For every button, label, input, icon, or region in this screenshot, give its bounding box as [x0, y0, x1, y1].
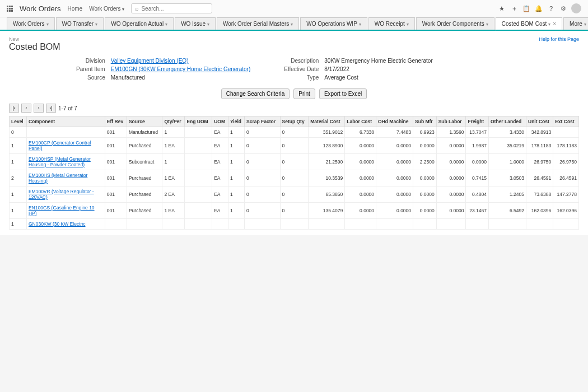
component-link[interactable]: EM100HSP (Metal Generator Housing - Powd…	[29, 156, 91, 167]
tab-wo-transfer[interactable]: WO Transfer▾	[56, 17, 104, 30]
app-launcher-icon[interactable]	[7, 6, 13, 12]
change-criteria-button[interactable]: Change Search Criteria	[221, 88, 290, 99]
component-link[interactable]: GN030KW (30 KW Electric	[29, 221, 86, 227]
column-header[interactable]: Ext Cost	[553, 116, 579, 127]
cell-unit: 26.4591	[526, 170, 553, 186]
search-icon: ⌕	[135, 5, 139, 12]
help-icon[interactable]: ?	[547, 4, 556, 13]
cell-level: 1	[10, 138, 27, 154]
column-header[interactable]: OHd Machine	[376, 116, 413, 127]
column-header[interactable]: Eng UOM	[185, 116, 212, 127]
clipboard-icon[interactable]: 📋	[522, 4, 531, 13]
column-header[interactable]: Unit Cost	[526, 116, 553, 127]
eff-label: Effective Date	[284, 66, 319, 72]
tab-more[interactable]: More▾	[563, 17, 588, 30]
component-link[interactable]: EM100HS (Metal Generator Housing)	[29, 172, 87, 184]
search-input[interactable]	[141, 6, 208, 12]
column-header[interactable]: Level	[10, 116, 27, 127]
action-bar: Change Search Criteria Print Export to E…	[9, 88, 579, 99]
cell-sub: 0.0000	[413, 138, 437, 154]
tab-wo-operations-wip[interactable]: WO Operations WIP▾	[300, 17, 367, 30]
cell-ext: 26.4591	[553, 170, 579, 186]
bell-icon[interactable]: 🔔	[534, 4, 543, 13]
pager-prev-button[interactable]: ‹	[21, 104, 31, 113]
print-button[interactable]: Print	[293, 88, 315, 99]
avatar[interactable]	[571, 3, 581, 13]
component-link[interactable]: EN100GS (Gasoline Engine 10 HP)	[29, 205, 95, 216]
tab-work-order-components[interactable]: Work Order Components▾	[416, 17, 494, 30]
column-header[interactable]: UOM	[212, 116, 228, 127]
tab-work-order-serial-masters[interactable]: Work Order Serial Masters▾	[217, 17, 299, 30]
table-row[interactable]: 0001Manufactured1EA100351.90126.73387.44…	[10, 127, 579, 138]
cell-source: Purchased	[127, 138, 162, 154]
column-header[interactable]: Qty/Per	[162, 116, 185, 127]
cell-eff	[105, 219, 127, 230]
cell-lab	[345, 219, 376, 230]
column-header[interactable]: Scrap Factor	[245, 116, 280, 127]
cell-sub	[413, 219, 437, 230]
cell-setup: 0	[280, 154, 309, 170]
gear-icon[interactable]: ⚙	[559, 4, 568, 13]
component-link[interactable]: EM100CP (Generator Control Panel)	[29, 140, 91, 151]
table-row[interactable]: 1GN030KW (30 KW Electric	[10, 219, 579, 230]
column-header[interactable]: Setup Qty	[280, 116, 309, 127]
table-row[interactable]: 1EM100CP (Generator Control Panel)001Pur…	[10, 138, 579, 154]
table-row[interactable]: 2EM100HS (Metal Generator Housing)001Pur…	[10, 170, 579, 186]
export-excel-button[interactable]: Export to Excel	[319, 88, 367, 99]
cell-freight: 23.1467	[466, 203, 489, 219]
cell-ext	[553, 219, 579, 230]
column-header[interactable]: Eff Rev	[105, 116, 127, 127]
column-header[interactable]: Material Cost	[309, 116, 345, 127]
type-label: Type	[284, 74, 319, 81]
tab-work-orders[interactable]: Work Orders▾	[7, 17, 55, 30]
nav-dropdown[interactable]: Work Orders ▾	[89, 6, 124, 12]
tab-wo-operation-actual[interactable]: WO Operation Actual▾	[105, 17, 174, 30]
pager-next-button[interactable]: ›	[34, 104, 44, 113]
global-search[interactable]: ⌕	[131, 3, 212, 13]
cell-ohd: 0.0000	[376, 186, 413, 203]
tab-wo-receipt[interactable]: WO Receipt▾	[368, 17, 415, 30]
pager-first-button[interactable]: |‹	[9, 104, 19, 113]
tab-wo-issue[interactable]: WO Issue▾	[175, 17, 216, 30]
column-header[interactable]: Source	[127, 116, 162, 127]
cell-ohd: 0.0000	[376, 170, 413, 186]
cell-qty: 1	[162, 154, 185, 170]
bom-table: LevelComponentEff RevSourceQty/PerEng UO…	[9, 116, 579, 230]
cell-eng	[185, 138, 212, 154]
cell-qty: 1 EA	[162, 170, 185, 186]
column-header[interactable]: Sub Labor	[436, 116, 466, 127]
column-header[interactable]: Sub Mfr	[413, 116, 437, 127]
cell-mat: 351.9012	[309, 127, 345, 138]
tab-costed-bom-cost[interactable]: Costed BOM Cost▾×	[496, 17, 562, 31]
cell-yield: 1	[228, 203, 245, 219]
favorite-icon[interactable]: ★	[497, 4, 506, 13]
table-row[interactable]: 1EN100GS (Gasoline Engine 10 HP)001Purch…	[10, 203, 579, 219]
table-row[interactable]: 1EM100HSP (Metal Generator Housing - Pow…	[10, 154, 579, 170]
cell-mat: 10.3539	[309, 170, 345, 186]
cell-eng	[185, 219, 212, 230]
column-header[interactable]: Component	[26, 116, 105, 127]
division-value[interactable]: Valley Equipment Division (EQ)	[111, 58, 251, 64]
cell-unit	[526, 219, 553, 230]
column-header[interactable]: Yield	[228, 116, 245, 127]
column-header[interactable]: Freight	[466, 116, 489, 127]
cell-level: 2	[10, 170, 27, 186]
cell-freight: 0.7415	[466, 170, 489, 186]
cell-eff: 001	[105, 154, 127, 170]
table-row[interactable]: 1EM100VR (Voltage Regulator - 120VAC)001…	[10, 186, 579, 203]
cell-qty: 2 EA	[162, 186, 185, 203]
cell-freight: 1.9987	[466, 138, 489, 154]
home-link[interactable]: Home	[67, 6, 82, 12]
parent-value[interactable]: EM100GN (30KW Emergency Home Electric Ge…	[111, 66, 251, 72]
cell-lab: 0.0000	[345, 186, 376, 203]
help-link[interactable]: Help for this Page	[539, 36, 579, 42]
cell-ohd: 7.4483	[376, 127, 413, 138]
pager-last-button[interactable]: ›|	[46, 104, 56, 113]
column-header[interactable]: Other Landed	[489, 116, 526, 127]
cell-level: 0	[10, 127, 27, 138]
column-header[interactable]: Labor Cost	[345, 116, 376, 127]
plus-icon[interactable]: ＋	[510, 4, 519, 13]
cell-yield: 1	[228, 170, 245, 186]
component-link[interactable]: EM100VR (Voltage Regulator - 120VAC)	[29, 189, 94, 200]
close-icon[interactable]: ×	[553, 21, 556, 27]
